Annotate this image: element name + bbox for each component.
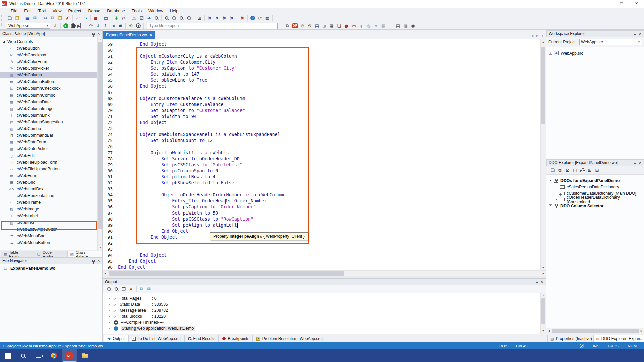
tab-problem-tab[interactable]: ✓Problem Resolution [WebApp.src] (253, 335, 326, 342)
delete-icon[interactable]: ✗ (64, 15, 71, 21)
window-grid-icon[interactable]: ▦ (264, 15, 271, 21)
ddo-item[interactable]: +cOrderHeaderDataDictionary [Constrained (549, 196, 644, 203)
find-next-message-icon[interactable] (105, 286, 113, 292)
palette-item-cwebcolumnimage[interactable]: ▨cWebColumnImage (0, 105, 102, 112)
save-icon[interactable]: ▣ (24, 15, 31, 21)
palette-item-cwebhorizontalline[interactable]: —cWebHorizontalLine (0, 192, 102, 199)
print-icon[interactable]: ▤ (102, 15, 110, 21)
palette-item-cwebcheckbox[interactable]: ☑cWebCheckbox (0, 52, 102, 58)
code-line-70[interactable]: 70 Set psCaption to "Customer Balance" (103, 108, 540, 114)
expand-all-icon[interactable]: ⊞ (586, 167, 593, 173)
palette-item-cwebfileuploadform[interactable]: ▱cWebFileUploadForm (0, 159, 102, 166)
stop-debug-icon[interactable] (135, 23, 142, 29)
list-props-icon[interactable]: ▤ (313, 23, 321, 29)
help-icon[interactable]: ? (249, 15, 256, 21)
menu-database[interactable]: Database (104, 8, 128, 14)
code-line-82[interactable]: 82 Set pbShowSelected to False (103, 180, 540, 186)
chat-icon[interactable]: ◖ (358, 23, 365, 29)
restart-debug-icon[interactable]: ⟲ (127, 23, 135, 29)
close-icon[interactable]: ✕ (97, 259, 100, 263)
tab-breakpoints-tab[interactable]: Breakpoints (219, 335, 252, 342)
palette-item-cwebimage[interactable]: ▨cWebImage (0, 206, 102, 213)
open-file-icon[interactable]: ❐ (13, 15, 21, 21)
palette-item-cwebedit[interactable]: ▯cWebEdit (0, 152, 102, 159)
project-selector-combo[interactable]: WebApp.src▼ (7, 23, 50, 29)
code-line-73[interactable]: 73 (103, 126, 540, 132)
scroll-down-icon[interactable]: ▼ (541, 328, 546, 334)
save-all-icon[interactable]: ⧉ (31, 15, 39, 21)
code-line-85[interactable]: 85 Entry_Item OrderHeader.Order_Number (103, 198, 540, 204)
code-line-91[interactable]: 91 End_Object (103, 234, 540, 240)
record-macro-icon[interactable]: ● (92, 15, 99, 21)
mail-icon[interactable]: ✉ (350, 23, 358, 29)
palette-item-cwebfileuploadbutton[interactable]: ▱cWebFileUploadButton (0, 166, 102, 172)
code-line-84[interactable]: 84 Object oOrderHeaderOrderNumber is a c… (103, 192, 540, 198)
bookmark-last-icon[interactable]: ⚑ (228, 15, 235, 21)
scrollbar-thumb[interactable] (541, 47, 545, 124)
run-icon[interactable]: ▶ (62, 23, 69, 29)
code-line-64[interactable]: 64 Set piWidth to 147 (103, 71, 540, 77)
code-line-66[interactable]: 66 End_Object (103, 83, 540, 89)
bookmark-previous-icon[interactable]: ⚑ (213, 15, 221, 21)
todo-warning-icon[interactable]: ⚠ (130, 15, 138, 21)
find-icon[interactable] (163, 15, 170, 21)
expand-icon[interactable]: + (555, 198, 558, 201)
palette-item-cweblabel[interactable]: TcWebLabel (0, 213, 102, 219)
find-in-files-icon[interactable] (185, 15, 193, 21)
file-open-search-input[interactable] (147, 23, 278, 29)
code-line-75[interactable]: 75 Set piColumnCount to 12 (103, 138, 540, 144)
twisty-icon[interactable]: ▷ (114, 309, 117, 312)
goto-line-icon[interactable]: ⊞ (196, 15, 203, 21)
tab-close-icon[interactable]: ✕ (150, 33, 152, 37)
code-line-60[interactable]: 60 (103, 47, 540, 53)
code-line-63[interactable]: 63 Set psCaption to "Customer City" (103, 65, 540, 71)
settings-icon[interactable]: ⚙ (299, 23, 306, 29)
twisty-icon[interactable]: ▷ (114, 297, 117, 300)
code-line-67[interactable]: 67 (103, 89, 540, 96)
undo-icon[interactable]: ↶ (74, 15, 82, 21)
database-user-icon[interactable]: ◉ (409, 23, 417, 29)
menu-edit[interactable]: Edit (21, 8, 35, 14)
minimize-button[interactable]: ─ (599, 0, 614, 7)
menu-view[interactable]: View (49, 8, 65, 14)
pause-icon[interactable]: ❙❙ (69, 23, 77, 29)
current-project-combo[interactable]: WebApp.src ▼ (579, 39, 642, 45)
code-line-81[interactable]: 81 Set piLimitRows to 4 (103, 174, 540, 180)
scrollbar-thumb[interactable] (109, 272, 344, 276)
bookmark-first-icon[interactable]: ⚑ (221, 15, 228, 21)
delete-ddo-icon[interactable]: ⊠ (564, 167, 571, 173)
pin-icon[interactable] (92, 260, 95, 262)
maximize-button[interactable]: ▢ (614, 0, 629, 7)
paste-icon[interactable]: ❒ (56, 15, 64, 21)
database-2-icon[interactable]: ▥ (402, 23, 409, 29)
scrollbar-thumb[interactable] (541, 298, 545, 324)
checklist-icon[interactable]: ☑ (138, 15, 145, 21)
copy-branch-icon[interactable]: ⧉ (145, 286, 153, 292)
editor-tab-expandpaneldemo[interactable]: ExpandPanelDemo.wo ✕ (103, 31, 155, 39)
code-line-88[interactable]: 88 Set psCSSClass to "RowCaption" (103, 216, 540, 222)
code-line-86[interactable]: 86 Set psCaption to "Order Number" (103, 204, 540, 210)
pin-icon[interactable] (92, 33, 95, 35)
code-line-96[interactable]: 96End Object (103, 264, 540, 270)
database-1-icon[interactable]: ▤ (394, 23, 402, 29)
step-into-icon[interactable]: ↓ (95, 23, 102, 29)
code-line-76[interactable]: 76 (103, 144, 540, 150)
palette-item-cwebcommandbar[interactable]: ⊓cWebCommandBar (0, 132, 102, 139)
step-icon[interactable]: ▶▏ (77, 23, 84, 29)
window-copy-icon[interactable]: ⧉ (284, 23, 291, 29)
code-line-77[interactable]: 77 Object oWebList1 is a cWebList (103, 150, 540, 156)
code-line-78[interactable]: 78 Set Server to oOrderHeader_DD (103, 156, 540, 162)
code-line-69[interactable]: 69 Entry_Item Customer.Balance (103, 102, 540, 108)
new-page-icon[interactable]: ❏ (335, 23, 343, 29)
taskbar-dataflex-button[interactable]: DF (62, 349, 77, 362)
palette-item-cwebcolorform[interactable]: ✎cWebColorForm (0, 58, 102, 65)
pin-icon[interactable] (634, 33, 636, 35)
tab-ddo-explorer[interactable]: ⊞DDO Explorer [Expan... (593, 335, 644, 342)
palette-item-cwebdateform[interactable]: ▦cWebDateForm (0, 139, 102, 145)
code-line-71[interactable]: 71 Set piWidth to 94 (103, 114, 540, 120)
code-line-59[interactable]: 59 End_Object (103, 41, 540, 47)
ddo-item[interactable]: −DDOs for oExpandPanelDemo (549, 177, 644, 184)
tab-code-explorer[interactable]: ❏Code Explor... (34, 251, 67, 257)
history-icon[interactable]: ⟳ (256, 15, 264, 21)
scroll-up-icon[interactable]: ▲ (541, 39, 546, 44)
